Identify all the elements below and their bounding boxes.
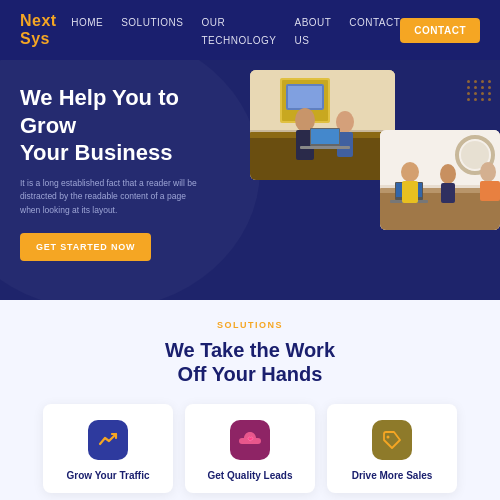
svg-rect-5 — [288, 86, 322, 108]
svg-point-28 — [480, 162, 496, 182]
solutions-label: SOLUTIONS — [20, 320, 480, 330]
svg-point-30 — [387, 436, 390, 439]
svg-rect-13 — [311, 129, 339, 144]
nav-contact-link[interactable]: CONTACT — [349, 17, 400, 28]
hero-cta-button[interactable]: GET STARTED NOW — [20, 233, 151, 261]
nav-contact-button[interactable]: CONTACT — [400, 18, 480, 43]
hero-body: It is a long established fact that a rea… — [20, 177, 200, 218]
card-icon-sales — [372, 420, 412, 460]
nav-technology[interactable]: OUR TECHNOLOGY — [201, 17, 276, 46]
hero-heading: We Help You to Grow Your Business — [20, 84, 220, 167]
card-title-traffic: Grow Your Traffic — [55, 470, 161, 481]
card-sales: Drive More Sales — [327, 404, 457, 493]
hero-image-main — [250, 70, 395, 180]
card-icon-traffic — [88, 420, 128, 460]
dots-decoration — [467, 80, 492, 101]
card-title-leads: Get Quality Leads — [197, 470, 303, 481]
svg-rect-25 — [402, 181, 418, 203]
svg-rect-14 — [300, 146, 350, 149]
cards-row: Grow Your Traffic Get Quality Leads Driv… — [20, 404, 480, 493]
nav-about[interactable]: ABOUT US — [294, 17, 331, 46]
nav-solutions[interactable]: SOLUTIONS — [121, 17, 183, 28]
card-traffic: Grow Your Traffic — [43, 404, 173, 493]
hero-section: We Help You to Grow Your Business It is … — [0, 60, 500, 300]
brand-logo: Next Sys — [20, 12, 71, 48]
svg-rect-27 — [441, 183, 455, 203]
svg-point-24 — [401, 162, 419, 182]
svg-point-26 — [440, 164, 456, 184]
solutions-section: SOLUTIONS We Take the Work Off Your Hand… — [0, 300, 500, 500]
nav-links: HOME SOLUTIONS OUR TECHNOLOGY ABOUT US C… — [71, 12, 400, 48]
card-title-sales: Drive More Sales — [339, 470, 445, 481]
card-leads: Get Quality Leads — [185, 404, 315, 493]
hero-image-secondary — [380, 130, 500, 230]
card-icon-leads — [230, 420, 270, 460]
solutions-heading: We Take the Work Off Your Hands — [20, 338, 480, 386]
hero-images — [240, 60, 500, 300]
navbar: Next Sys HOME SOLUTIONS OUR TECHNOLOGY A… — [0, 0, 500, 60]
hero-content: We Help You to Grow Your Business It is … — [20, 84, 220, 261]
svg-rect-29 — [480, 181, 500, 201]
nav-home[interactable]: HOME — [71, 17, 103, 28]
